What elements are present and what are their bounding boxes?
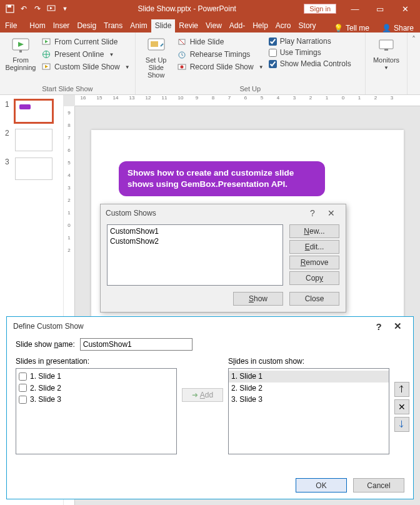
share-button[interactable]: Share: [394, 24, 414, 32]
thumbnail-1[interactable]: 1: [5, 100, 63, 122]
group-setup: Set Up Slide Show Hide Slide Rehearse Ti…: [136, 32, 366, 94]
svg-rect-9: [151, 41, 158, 47]
hide-slide-button[interactable]: Hide Slide: [176, 36, 265, 48]
use-timings-checkbox[interactable]: Use Timings: [268, 48, 352, 58]
svg-point-13: [180, 66, 183, 69]
close-icon[interactable]: ✕: [392, 0, 418, 18]
list-item[interactable]: 1. Slide 1: [19, 371, 174, 382]
setup-icon: [147, 36, 166, 55]
edit-button[interactable]: Edit...: [289, 240, 339, 254]
close-button[interactable]: Close: [289, 292, 339, 306]
x-icon: ✕: [398, 402, 406, 412]
tab-home[interactable]: Hom: [26, 19, 49, 32]
name-label: Slide show name:: [16, 340, 75, 349]
name-input[interactable]: [80, 338, 192, 351]
play-current-icon: [41, 37, 51, 47]
tab-design[interactable]: Desig: [73, 19, 100, 32]
rehearse-timings-button[interactable]: Rehearse Timings: [176, 49, 265, 60]
help-icon[interactable]: ?: [303, 208, 322, 218]
custom-show-slides-list[interactable]: 1. Slide 1 2. Slide 2 3. Slide 3: [228, 368, 389, 454]
thumbnail-3[interactable]: 3: [5, 158, 63, 180]
maximize-icon[interactable]: ▭: [368, 0, 392, 18]
thumbnail-2[interactable]: 2: [5, 129, 63, 151]
presentation-slides-list[interactable]: 1. Slide 1 2. Slide 2 3. Slide 3: [16, 368, 177, 454]
list-item[interactable]: 2. Slide 2: [231, 382, 386, 394]
add-arrow-icon: ➜: [192, 391, 198, 399]
record-slideshow-button[interactable]: Record Slide Show▼: [176, 61, 265, 72]
start-from-beginning-icon[interactable]: [46, 4, 56, 14]
redo-icon[interactable]: ↷: [32, 4, 42, 14]
tab-acrobat[interactable]: Acro: [272, 19, 295, 32]
group-label: Set Up: [139, 84, 361, 94]
list-item[interactable]: CustomShow1: [110, 226, 280, 236]
svg-rect-15: [384, 49, 388, 51]
sign-in-button[interactable]: Sign in: [304, 4, 336, 14]
setup-label: Set Up Slide Show: [139, 56, 173, 79]
present-online-button[interactable]: Present Online▼: [40, 49, 131, 60]
list-item[interactable]: 3. Slide 3: [19, 394, 174, 406]
delete-button[interactable]: ✕: [394, 399, 409, 414]
ok-button[interactable]: OK: [296, 478, 347, 492]
tell-me[interactable]: Tell me: [346, 24, 369, 32]
chevron-down-icon: ▼: [384, 65, 389, 71]
list-item[interactable]: 1. Slide 1: [229, 371, 389, 382]
hide-slide-icon: [177, 37, 187, 47]
save-icon[interactable]: [5, 4, 15, 14]
group-monitors: Monitors ▼: [366, 32, 408, 94]
horizontal-ruler: 161514131211109876543210123: [75, 95, 420, 106]
close-icon[interactable]: ✕: [322, 208, 341, 218]
monitors-button[interactable]: Monitors ▼: [369, 34, 403, 71]
group-start-slideshow: From Beginning From Current Slide Presen…: [0, 32, 136, 94]
from-beginning-button[interactable]: From Beginning: [4, 34, 38, 71]
qat-dropdown-icon[interactable]: ▼: [60, 4, 70, 14]
list-item[interactable]: CustomShow2: [110, 236, 280, 246]
help-icon[interactable]: ?: [369, 321, 388, 332]
record-icon: [177, 62, 187, 72]
title-bar: ↶ ↷ ▼ Slide Show.pptx - PowerPoint Sign …: [0, 0, 420, 18]
new-button[interactable]: New...: [289, 224, 339, 238]
remove-button[interactable]: Remove: [289, 256, 339, 269]
window-title: Slide Show.pptx - PowerPoint: [70, 4, 304, 13]
copy-button[interactable]: Copy: [289, 271, 339, 285]
undo-icon[interactable]: ↶: [19, 4, 29, 14]
minimize-icon[interactable]: —: [342, 0, 368, 18]
custom-show-icon: [41, 62, 51, 72]
tab-review[interactable]: Revie: [175, 19, 202, 32]
from-current-slide-button[interactable]: From Current Slide: [40, 36, 131, 48]
collapse-ribbon-icon[interactable]: ˄: [408, 32, 420, 94]
custom-shows-list[interactable]: CustomShow1 CustomShow2: [107, 224, 283, 286]
custom-shows-dialog: Custom Shows ? ✕ CustomShow1 CustomShow2…: [100, 204, 346, 312]
list-item[interactable]: 3. Slide 3: [231, 394, 386, 406]
cancel-button[interactable]: Cancel: [353, 478, 404, 492]
custom-slideshow-button[interactable]: Custom Slide Show▼: [40, 61, 131, 72]
tab-transitions[interactable]: Trans: [100, 19, 126, 32]
chevron-down-icon: ▼: [259, 64, 264, 70]
add-button[interactable]: ➜Add: [182, 388, 223, 402]
play-narrations-checkbox[interactable]: Play Narrations: [268, 36, 352, 46]
callout-shape[interactable]: Shows how to create and customize slide …: [119, 161, 325, 196]
setup-slideshow-button[interactable]: Set Up Slide Show: [139, 34, 173, 79]
tab-file[interactable]: File: [1, 19, 21, 32]
arrow-up-icon: 🡑: [398, 384, 406, 394]
close-icon[interactable]: ✕: [388, 321, 407, 332]
move-down-button[interactable]: 🡓: [394, 417, 409, 432]
tab-animations[interactable]: Anim: [126, 19, 151, 32]
lightbulb-icon[interactable]: 💡: [334, 24, 343, 32]
share-icon[interactable]: 👤: [382, 24, 391, 32]
list-item[interactable]: 2. Slide 2: [19, 382, 174, 394]
tab-slideshow[interactable]: Slide: [151, 19, 176, 32]
show-media-controls-checkbox[interactable]: Show Media Controls: [268, 59, 352, 69]
tab-view[interactable]: View: [202, 19, 226, 32]
show-button[interactable]: Show: [233, 292, 283, 306]
tab-insert[interactable]: Inser: [49, 19, 74, 32]
move-up-button[interactable]: 🡑: [394, 382, 409, 397]
tab-help[interactable]: Help: [249, 19, 272, 32]
chevron-down-icon: ▼: [109, 52, 114, 58]
tab-addins[interactable]: Add-: [226, 19, 249, 32]
tab-storyboard[interactable]: Story: [295, 19, 320, 32]
monitors-label: Monitors: [373, 56, 399, 64]
svg-rect-4: [19, 50, 22, 52]
monitor-icon: [377, 36, 396, 55]
group-label: [369, 84, 403, 94]
arrow-down-icon: 🡓: [398, 419, 406, 429]
